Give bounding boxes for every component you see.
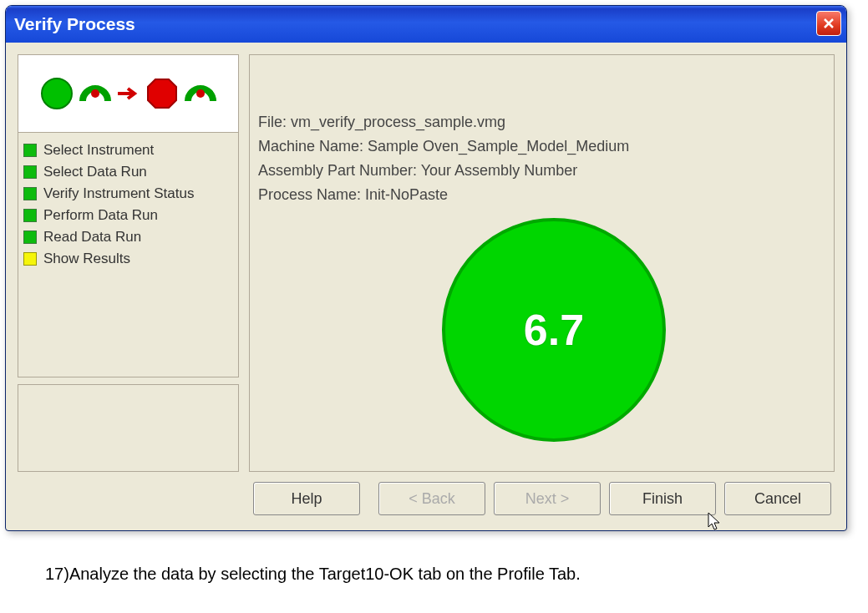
button-label: Finish	[642, 490, 683, 508]
step-item[interactable]: Select Instrument	[23, 139, 233, 161]
left-panel: Select Instrument Select Data Run Verify…	[18, 54, 239, 472]
verify-process-window: Verify Process	[5, 5, 847, 531]
button-label: Next >	[525, 490, 570, 508]
gauge-green-icon	[78, 76, 113, 111]
info-file: File: vm_verify_process_sample.vmg	[258, 114, 825, 131]
green-circle-icon	[39, 76, 74, 111]
status-square-icon	[23, 165, 37, 179]
svg-marker-2	[148, 79, 176, 108]
window-title: Verify Process	[14, 14, 135, 34]
arrow-right-icon	[116, 85, 141, 102]
status-square-icon	[23, 187, 37, 200]
step-item[interactable]: Verify Instrument Status	[23, 183, 233, 205]
status-square-icon	[23, 252, 37, 266]
gauge-green-icon-2	[183, 76, 218, 111]
close-icon	[823, 18, 835, 29]
back-button: < Back	[378, 482, 485, 515]
help-button[interactable]: Help	[253, 482, 360, 515]
step-item[interactable]: Select Data Run	[23, 161, 233, 183]
info-assembly: Assembly Part Number: Your Assembly Numb…	[258, 162, 825, 180]
titlebar[interactable]: Verify Process	[6, 6, 846, 43]
svg-point-0	[42, 79, 72, 109]
status-square-icon	[23, 144, 37, 157]
content-area: Select Instrument Select Data Run Verify…	[6, 43, 846, 472]
status-square-icon	[23, 231, 37, 244]
step-label: Select Data Run	[43, 164, 147, 180]
info-process: Process Name: Init-NoPaste	[258, 186, 825, 204]
result-value: 6.7	[524, 305, 584, 355]
step-list: Select Instrument Select Data Run Verify…	[18, 133, 239, 377]
status-square-icon	[23, 209, 37, 222]
main-panel: File: vm_verify_process_sample.vmg Machi…	[249, 54, 835, 472]
button-label: Help	[291, 490, 322, 508]
finish-button[interactable]: Finish	[609, 482, 716, 515]
step-label: Perform Data Run	[43, 207, 158, 224]
stop-octagon-icon	[145, 76, 180, 111]
close-button[interactable]	[816, 11, 841, 36]
result-circle: 6.7	[442, 218, 666, 442]
step-item[interactable]: Show Results	[23, 248, 233, 270]
button-label: Cancel	[754, 490, 801, 508]
step-label: Select Instrument	[43, 142, 154, 159]
step-label: Show Results	[43, 251, 130, 267]
step-item[interactable]: Read Data Run	[23, 226, 233, 248]
button-label: < Back	[409, 490, 455, 508]
next-button: Next >	[494, 482, 601, 515]
instruction-caption: 17)Analyze the data by selecting the Tar…	[0, 536, 868, 584]
lower-left-box	[18, 384, 239, 472]
svg-point-3	[196, 89, 205, 98]
process-icon-box	[18, 54, 239, 133]
info-machine: Machine Name: Sample Oven_Sample_Model_M…	[258, 138, 825, 155]
svg-point-1	[91, 89, 99, 98]
step-label: Read Data Run	[43, 229, 141, 246]
step-label: Verify Instrument Status	[43, 185, 194, 202]
cursor-icon	[708, 512, 723, 531]
cancel-button[interactable]: Cancel	[724, 482, 831, 515]
step-item[interactable]: Perform Data Run	[23, 205, 233, 226]
